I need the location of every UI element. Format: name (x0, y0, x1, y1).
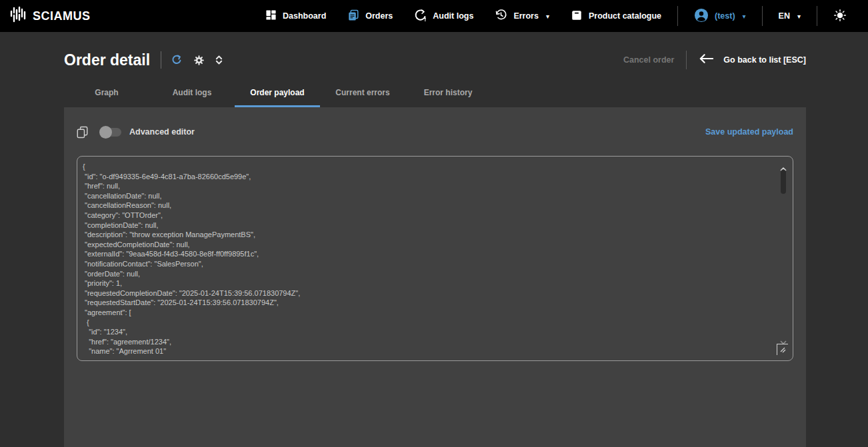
save-updated-payload-button[interactable]: Save updated payload (705, 127, 793, 137)
page-header: Order detail (64, 32, 806, 75)
tab-graph[interactable]: Graph (64, 83, 149, 107)
nav-separator (677, 6, 678, 26)
tab-current-errors[interactable]: Current errors (320, 83, 405, 107)
page-title: Order detail (64, 51, 150, 69)
errors-history-icon (495, 9, 507, 23)
nav-group: Dashboard Orders (255, 6, 857, 26)
nav-item-product-catalogue[interactable]: Product catalogue (560, 9, 672, 23)
audit-logs-icon (414, 9, 427, 23)
product-catalogue-icon (571, 9, 583, 23)
scroll-down-icon[interactable] (780, 335, 787, 339)
theme-toggle-button[interactable] (823, 9, 857, 24)
action-separator (686, 51, 687, 69)
payload-editor[interactable]: { "id": "o-df949335-6e49-4c81-a7ba-82660… (77, 156, 793, 361)
nav-separator (762, 6, 763, 26)
brand-logo-icon (9, 6, 27, 26)
order-payload-panel: Advanced editor Save updated payload { "… (64, 107, 806, 447)
language-label: EN (779, 11, 790, 21)
nav-item-label: Dashboard (283, 11, 326, 21)
top-nav: SCIAMUS Dashboard (0, 0, 868, 32)
go-back-button[interactable]: Go back to list [ESC] (699, 53, 806, 67)
copy-button[interactable] (77, 126, 88, 139)
advanced-editor-label: Advanced editor (129, 127, 195, 137)
nav-item-orders[interactable]: Orders (337, 9, 403, 23)
nav-item-dashboard[interactable]: Dashboard (255, 9, 337, 23)
chevron-down-icon: ▾ (797, 13, 801, 20)
editor-toolbar: Advanced editor Save updated payload (77, 122, 793, 142)
scrollbar-thumb[interactable] (781, 170, 786, 194)
refresh-button[interactable] (171, 54, 183, 66)
orders-icon (347, 9, 359, 23)
arrow-left-icon (699, 53, 714, 67)
chevron-down-icon: ▾ (546, 13, 549, 20)
settings-gear-button[interactable] (193, 55, 205, 66)
nav-item-label: Errors (513, 11, 539, 21)
brand-name: SCIAMUS (33, 9, 91, 23)
dashboard-icon (265, 9, 277, 23)
go-back-label: Go back to list [ESC] (723, 55, 806, 65)
brand-logo[interactable]: SCIAMUS (9, 6, 91, 26)
nav-item-label: Audit logs (433, 11, 473, 21)
payload-text[interactable]: { "id": "o-df949335-6e49-4c81-a7ba-82660… (83, 162, 773, 356)
scroll-up-icon[interactable] (780, 162, 787, 166)
nav-separator (817, 6, 817, 26)
resize-grip[interactable] (777, 344, 788, 355)
nav-item-label: Orders (365, 11, 393, 21)
user-menu[interactable]: (test) ▾ (683, 8, 757, 25)
cancel-order-button[interactable]: Cancel order (623, 55, 674, 65)
title-separator (161, 51, 161, 69)
expand-collapse-button[interactable] (215, 55, 223, 65)
editor-scrollbar[interactable] (779, 161, 788, 356)
chevron-down-icon: ▾ (743, 13, 746, 20)
tab-error-history[interactable]: Error history (405, 83, 491, 107)
tab-audit-logs[interactable]: Audit logs (149, 83, 235, 107)
advanced-editor-toggle[interactable] (100, 128, 121, 137)
toggle-knob (99, 126, 112, 139)
user-label: (test) (715, 11, 735, 21)
tab-bar: Graph Audit logs Order payload Current e… (64, 83, 806, 107)
language-menu[interactable]: EN ▾ (768, 11, 811, 21)
sun-icon (833, 9, 847, 24)
nav-item-label: Product catalogue (589, 11, 661, 21)
nav-item-audit-logs[interactable]: Audit logs (403, 9, 484, 23)
tab-order-payload[interactable]: Order payload (235, 83, 320, 107)
user-avatar-icon (694, 8, 709, 25)
nav-item-errors[interactable]: Errors ▾ (484, 9, 560, 23)
